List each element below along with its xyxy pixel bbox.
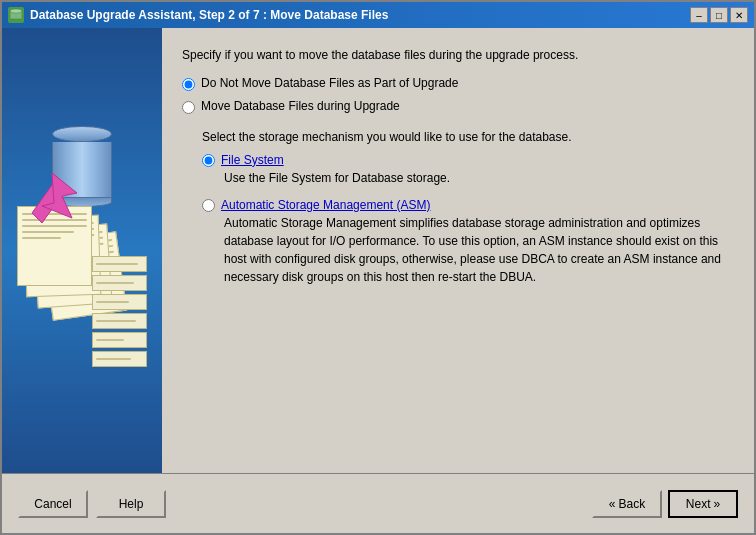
cancel-button[interactable]: Cancel <box>18 490 88 518</box>
next-arrow-icon: » <box>714 497 721 511</box>
illustration <box>17 126 147 376</box>
left-buttons: Cancel Help <box>18 490 166 518</box>
close-button[interactable]: ✕ <box>730 7 748 23</box>
next-label: Next <box>686 497 711 511</box>
radio-item-1: Do Not Move Database Files as Part of Up… <box>182 76 734 91</box>
maximize-button[interactable]: □ <box>710 7 728 23</box>
asm-description: Automatic Storage Management simplifies … <box>224 214 734 286</box>
storage-radio-group: File System Use the File System for Data… <box>202 152 734 286</box>
window-controls: – □ ✕ <box>690 7 748 23</box>
main-panel: Specify if you want to move the database… <box>162 28 754 473</box>
instructions-text: Specify if you want to move the database… <box>182 48 734 62</box>
storage-option-asm: Automatic Storage Management (ASM) Autom… <box>202 197 734 286</box>
asm-radio-header: Automatic Storage Management (ASM) <box>202 197 734 212</box>
radio-item-2: Move Database Files during Upgrade <box>182 99 734 114</box>
back-arrow-icon: « <box>609 497 616 511</box>
svg-point-1 <box>10 9 22 13</box>
sub-section-label: Select the storage mechanism you would l… <box>202 130 734 144</box>
right-buttons: « Back Next » <box>592 490 738 518</box>
sub-section: Select the storage mechanism you would l… <box>202 130 734 286</box>
radio-filesystem[interactable] <box>202 154 215 167</box>
app-icon <box>8 7 24 23</box>
help-button[interactable]: Help <box>96 490 166 518</box>
radio-move[interactable] <box>182 101 195 114</box>
title-bar-left: Database Upgrade Assistant, Step 2 of 7 … <box>8 7 388 23</box>
asm-label: Automatic Storage Management (ASM) <box>221 198 430 212</box>
next-button[interactable]: Next » <box>668 490 738 518</box>
radio-move-label: Move Database Files during Upgrade <box>201 99 400 113</box>
radio-no-move[interactable] <box>182 78 195 91</box>
cylinder-top <box>52 126 112 142</box>
fs-label: File System <box>221 153 284 167</box>
main-window: Database Upgrade Assistant, Step 2 of 7 … <box>0 0 756 535</box>
radio-no-move-label: Do Not Move Database Files as Part of Up… <box>201 76 458 90</box>
window-title: Database Upgrade Assistant, Step 2 of 7 … <box>30 8 388 22</box>
back-button[interactable]: « Back <box>592 490 662 518</box>
arrow-indicator <box>22 168 77 226</box>
fs-description: Use the File System for Database storage… <box>224 169 734 187</box>
bottom-bar: Cancel Help « Back Next » <box>2 473 754 533</box>
doc-stack-right <box>92 256 147 367</box>
content-area: Specify if you want to move the database… <box>2 28 754 473</box>
illustration-panel <box>2 28 162 473</box>
back-label: Back <box>619 497 646 511</box>
radio-group: Do Not Move Database Files as Part of Up… <box>182 76 734 286</box>
title-bar: Database Upgrade Assistant, Step 2 of 7 … <box>2 2 754 28</box>
storage-option-filesystem: File System Use the File System for Data… <box>202 152 734 187</box>
fs-radio-header: File System <box>202 152 734 167</box>
radio-asm[interactable] <box>202 199 215 212</box>
minimize-button[interactable]: – <box>690 7 708 23</box>
